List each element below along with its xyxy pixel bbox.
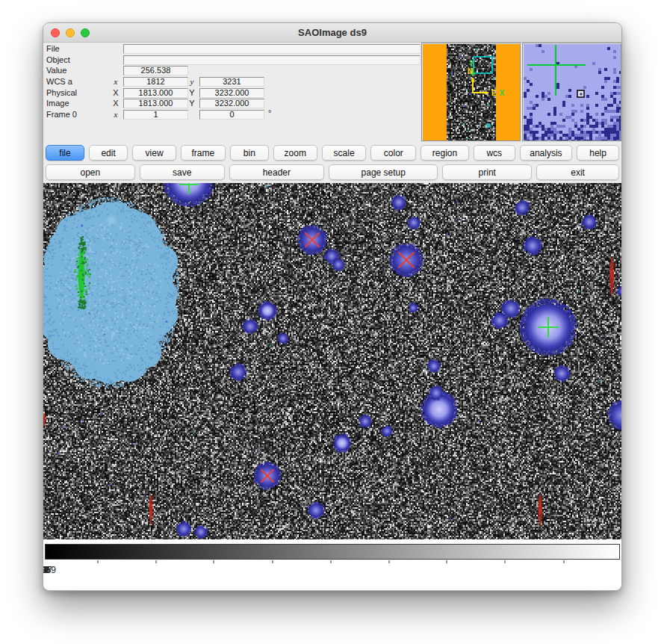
menu-button-wcs[interactable]: wcs bbox=[474, 145, 515, 161]
colorbar-tick bbox=[97, 560, 98, 563]
physical-y-label: Y bbox=[187, 88, 197, 98]
magnifier[interactable] bbox=[524, 44, 621, 140]
colorbar-tick bbox=[388, 560, 389, 563]
physical-y-field[interactable]: 3232.000 bbox=[199, 88, 264, 98]
ds9-window: SAOImage ds9 File Object Value 256.538 W… bbox=[43, 22, 622, 591]
physical-x-label: X bbox=[111, 88, 121, 98]
image-y-label: Y bbox=[187, 99, 197, 108]
magnifier-frame bbox=[522, 43, 622, 142]
value-field[interactable]: 256.538 bbox=[123, 66, 188, 75]
image-x-field[interactable]: 1813.000 bbox=[123, 99, 188, 108]
print-button[interactable]: print bbox=[442, 164, 532, 180]
menu-button-color[interactable]: color bbox=[370, 145, 416, 161]
image-y-field[interactable]: 3232.000 bbox=[199, 99, 264, 108]
wcs-x-label: x bbox=[111, 77, 121, 87]
panner[interactable] bbox=[423, 44, 520, 140]
image-label: Image bbox=[46, 99, 69, 108]
open-button[interactable]: open bbox=[46, 164, 135, 180]
menu-button-region[interactable]: region bbox=[421, 145, 469, 161]
frame-label: Frame 0 bbox=[46, 110, 77, 120]
close-button[interactable] bbox=[51, 28, 60, 37]
value-label: Value bbox=[46, 66, 66, 75]
wcs-y-label: y bbox=[187, 77, 197, 87]
menu-button-zoom[interactable]: zoom bbox=[273, 145, 317, 161]
exit-button[interactable]: exit bbox=[536, 164, 619, 180]
frame-rotate-field[interactable]: 0 bbox=[199, 110, 264, 120]
fullscreen-button[interactable] bbox=[81, 28, 90, 37]
window-title: SAOImage ds9 bbox=[298, 27, 367, 38]
frame-x-label: x bbox=[111, 110, 121, 120]
file-label: File bbox=[46, 44, 60, 54]
image-x-label: X bbox=[111, 99, 121, 108]
colorbar-tick bbox=[272, 560, 273, 563]
menu-button-help[interactable]: help bbox=[577, 145, 619, 161]
physical-x-field[interactable]: 1813.000 bbox=[123, 88, 188, 98]
colorbar-label: 22 bbox=[43, 565, 49, 575]
titlebar[interactable]: SAOImage ds9 bbox=[43, 23, 621, 43]
traffic-lights bbox=[51, 28, 90, 37]
minimize-button[interactable] bbox=[66, 28, 75, 37]
menu-button-frame[interactable]: frame bbox=[181, 145, 226, 161]
panner-frame bbox=[421, 43, 521, 142]
colorbar-panel: -0.059 0.97 2.2 3.7 5.6 8.1 11 16 22 bbox=[43, 539, 621, 591]
menu-button-view[interactable]: view bbox=[132, 145, 176, 161]
image-display[interactable] bbox=[43, 183, 621, 539]
colorbar-tick bbox=[563, 560, 564, 563]
wcs-y-field[interactable]: 3231 bbox=[199, 77, 264, 87]
file-field[interactable] bbox=[123, 44, 421, 54]
object-label: Object bbox=[46, 55, 70, 65]
degree-symbol: ° bbox=[268, 108, 271, 117]
info-panel: File Object Value 256.538 WCS a x 1812 y… bbox=[43, 43, 621, 143]
colorbar-tick bbox=[330, 560, 331, 563]
menu-button-edit[interactable]: edit bbox=[89, 145, 128, 161]
wcs-label: WCS a bbox=[46, 77, 72, 87]
header-button[interactable]: header bbox=[229, 164, 325, 180]
physical-label: Physical bbox=[46, 88, 77, 98]
colorbar-tick bbox=[447, 560, 447, 563]
colorbar-tick bbox=[214, 560, 214, 563]
frame-zoom-field[interactable]: 1 bbox=[123, 110, 188, 120]
file-toolbar: open save header page setup print exit bbox=[43, 164, 621, 180]
menubar: file edit view frame bin zoom scale colo… bbox=[43, 145, 621, 161]
save-button[interactable]: save bbox=[140, 164, 225, 180]
menu-button-analysis[interactable]: analysis bbox=[520, 145, 572, 161]
menu-button-scale[interactable]: scale bbox=[322, 145, 367, 161]
colorbar-tick bbox=[505, 560, 506, 563]
wcs-x-field[interactable]: 1812 bbox=[123, 77, 188, 87]
colorbar-gradient[interactable] bbox=[45, 544, 620, 560]
menu-button-bin[interactable]: bin bbox=[230, 145, 269, 161]
menu-button-file[interactable]: file bbox=[46, 145, 84, 161]
object-field[interactable] bbox=[123, 55, 421, 65]
page-setup-button[interactable]: page setup bbox=[329, 164, 438, 180]
colorbar-tick bbox=[155, 560, 156, 563]
